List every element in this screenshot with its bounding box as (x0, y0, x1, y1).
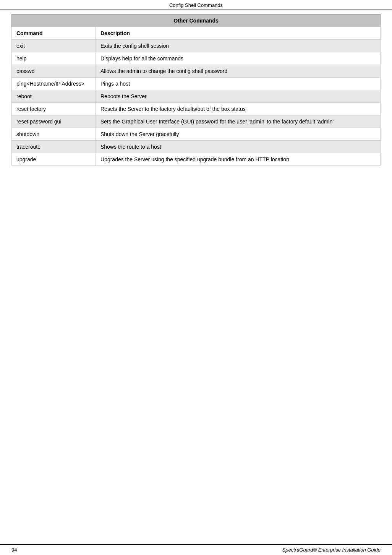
table-row: reset password guiSets the Graphical Use… (12, 115, 381, 128)
table-row: upgradeUpgrades the Server using the spe… (12, 153, 381, 166)
description-cell: Shuts down the Server gracefully (96, 128, 381, 141)
command-cell: help (12, 52, 96, 65)
description-cell: Reboots the Server (96, 90, 381, 103)
command-cell: ping<Hostname/IP Address> (12, 78, 96, 90)
col-header-description: Description (96, 27, 381, 40)
command-cell: reset password gui (12, 115, 96, 128)
description-cell: Pings a host (96, 78, 381, 90)
commands-table: Other Commands Command Description exitE… (11, 14, 381, 166)
table-row: exitExits the config shell session (12, 40, 381, 52)
footer-title: SpectraGuard® Enterprise Installation Gu… (282, 547, 381, 553)
command-cell: passwd (12, 65, 96, 78)
col-header-command: Command (12, 27, 96, 40)
footer: 94 SpectraGuard® Enterprise Installation… (0, 544, 392, 555)
description-cell: Sets the Graphical User Interface (GUI) … (96, 115, 381, 128)
command-cell: upgrade (12, 153, 96, 166)
table-row: tracerouteShows the route to a host (12, 141, 381, 153)
command-cell: exit (12, 40, 96, 52)
description-cell: Exits the config shell session (96, 40, 381, 52)
command-cell: traceroute (12, 141, 96, 153)
command-cell: shutdown (12, 128, 96, 141)
table-row: reset factoryResets the Server to the fa… (12, 103, 381, 115)
description-cell: Displays help for all the commands (96, 52, 381, 65)
description-cell: Shows the route to a host (96, 141, 381, 153)
command-cell: reset factory (12, 103, 96, 115)
table-row: passwdAllows the admin to change the con… (12, 65, 381, 78)
page-number: 94 (11, 547, 17, 553)
table-row: ping<Hostname/IP Address>Pings a host (12, 78, 381, 90)
page-title: Config Shell Commands (0, 0, 392, 10)
table-row: rebootReboots the Server (12, 90, 381, 103)
section-header: Other Commands (12, 15, 381, 27)
table-row: helpDisplays help for all the commands (12, 52, 381, 65)
table-row: shutdownShuts down the Server gracefully (12, 128, 381, 141)
description-cell: Allows the admin to change the config sh… (96, 65, 381, 78)
command-cell: reboot (12, 90, 96, 103)
description-cell: Upgrades the Server using the specified … (96, 153, 381, 166)
description-cell: Resets the Server to the factory default… (96, 103, 381, 115)
